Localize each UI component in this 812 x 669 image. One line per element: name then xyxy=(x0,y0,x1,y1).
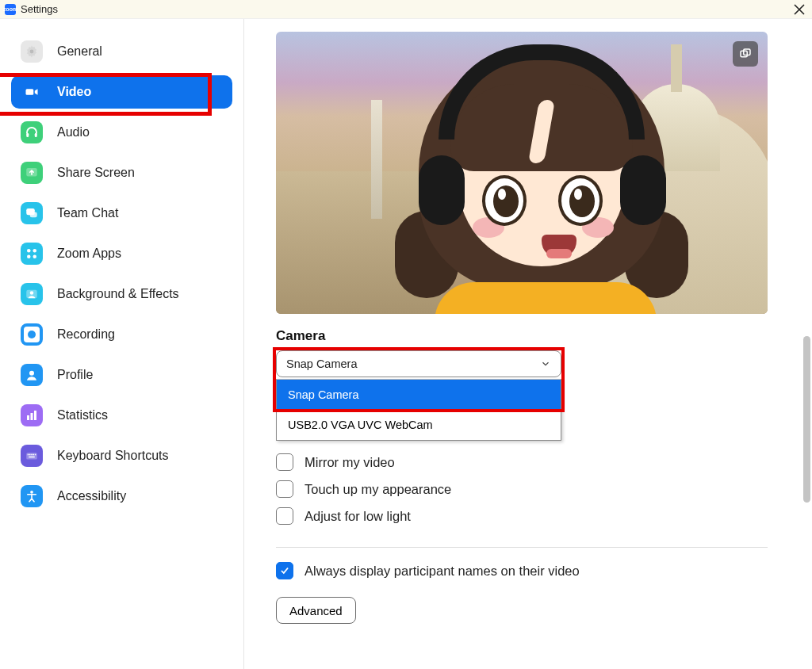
touch-up-row: Touch up my appearance xyxy=(276,480,780,498)
scrollbar-thumb[interactable] xyxy=(803,336,810,503)
sidebar-item-team-chat[interactable]: Team Chat xyxy=(11,197,232,230)
low-light-checkbox[interactable] xyxy=(276,507,293,525)
chat-icon xyxy=(21,202,43,224)
mirror-video-label: Mirror my video xyxy=(304,455,395,470)
sidebar-item-label: Recording xyxy=(57,327,115,342)
always-names-row: Always display participant names on thei… xyxy=(276,562,780,579)
sidebar-item-keyboard-shortcuts[interactable]: Keyboard Shortcuts xyxy=(11,439,232,472)
sidebar-item-label: Background & Effects xyxy=(57,287,179,301)
svg-rect-16 xyxy=(34,411,36,420)
sidebar-item-zoom-apps[interactable]: Zoom Apps xyxy=(11,237,232,270)
sidebar-item-general[interactable]: General xyxy=(11,35,232,68)
svg-rect-21 xyxy=(33,454,35,456)
camera-dropdown: Snap Camera USB2.0 VGA UVC WebCam xyxy=(276,379,561,441)
sidebar-item-label: Share Screen xyxy=(57,166,135,180)
touch-up-label: Touch up my appearance xyxy=(304,482,451,497)
sidebar-item-recording[interactable]: Recording xyxy=(11,318,232,351)
svg-point-7 xyxy=(27,249,31,253)
low-light-label: Adjust for low light xyxy=(304,509,411,524)
record-icon xyxy=(21,323,43,346)
gear-icon xyxy=(21,40,43,63)
sidebar-item-statistics[interactable]: Statistics xyxy=(11,399,232,432)
video-preview xyxy=(276,32,768,314)
svg-rect-2 xyxy=(26,133,29,137)
touch-up-checkbox[interactable] xyxy=(276,480,293,498)
svg-rect-18 xyxy=(28,454,29,456)
sidebar-item-label: Profile xyxy=(57,368,93,382)
advanced-button[interactable]: Advanced xyxy=(276,597,356,624)
sidebar-item-accessibility[interactable]: Accessibility xyxy=(11,480,232,513)
svg-rect-1 xyxy=(26,89,34,95)
profile-icon xyxy=(21,364,43,386)
share-screen-icon xyxy=(21,162,43,184)
svg-rect-14 xyxy=(27,415,29,420)
svg-point-9 xyxy=(27,255,31,259)
avatar-image xyxy=(403,44,680,314)
rotate-camera-button[interactable] xyxy=(733,41,758,67)
low-light-row: Adjust for low light xyxy=(276,507,780,525)
settings-sidebar: General Video Audio Share Screen Team Ch xyxy=(0,19,244,669)
window-title: Settings xyxy=(21,3,58,15)
camera-section-label: Camera xyxy=(276,328,780,344)
svg-rect-23 xyxy=(29,457,35,458)
sidebar-item-label: Audio xyxy=(57,125,90,140)
chevron-down-icon xyxy=(540,358,551,369)
sidebar-item-video[interactable]: Video xyxy=(11,75,232,109)
sidebar-item-background-effects[interactable]: Background & Effects xyxy=(11,277,232,311)
always-names-label: Always display participant names on thei… xyxy=(304,564,580,579)
apps-icon xyxy=(21,243,43,265)
keyboard-icon xyxy=(21,445,43,467)
svg-point-12 xyxy=(30,291,34,295)
svg-rect-6 xyxy=(30,212,37,218)
sidebar-item-label: Keyboard Shortcuts xyxy=(57,449,169,463)
camera-select-value: Snap Camera xyxy=(286,357,357,370)
sidebar-item-label: General xyxy=(57,44,102,59)
accessibility-icon xyxy=(21,485,43,507)
sidebar-item-label: Accessibility xyxy=(57,489,126,503)
svg-point-24 xyxy=(30,491,33,494)
camera-option[interactable]: Snap Camera xyxy=(277,380,561,410)
divider xyxy=(276,547,768,548)
sidebar-item-label: Statistics xyxy=(57,408,108,422)
sidebar-item-audio[interactable]: Audio xyxy=(11,116,232,149)
background-icon xyxy=(21,283,43,305)
svg-rect-19 xyxy=(29,454,31,456)
svg-rect-15 xyxy=(31,413,33,420)
headphones-icon xyxy=(21,121,43,143)
mirror-video-checkbox[interactable] xyxy=(276,453,293,471)
svg-rect-17 xyxy=(26,453,37,459)
sidebar-item-label: Zoom Apps xyxy=(57,247,121,261)
mirror-video-row: Mirror my video xyxy=(276,453,780,471)
svg-rect-22 xyxy=(35,454,36,456)
sidebar-item-label: Team Chat xyxy=(57,206,118,220)
svg-point-13 xyxy=(29,371,34,376)
video-camera-icon xyxy=(21,81,43,103)
always-names-checkbox[interactable] xyxy=(276,562,293,579)
svg-rect-3 xyxy=(35,133,37,137)
close-icon xyxy=(794,4,805,15)
title-bar: zoom Settings xyxy=(0,0,812,19)
close-button[interactable] xyxy=(791,2,807,17)
app-icon: zoom xyxy=(5,4,16,15)
camera-option[interactable]: USB2.0 VGA UVC WebCam xyxy=(277,410,561,440)
settings-content: Camera Snap Camera Snap Camera USB2.0 VG… xyxy=(244,19,812,669)
rotate-icon xyxy=(738,47,753,61)
svg-rect-20 xyxy=(31,454,33,456)
svg-point-10 xyxy=(33,255,37,259)
sidebar-item-share-screen[interactable]: Share Screen xyxy=(11,156,232,189)
statistics-icon xyxy=(21,404,43,426)
camera-select[interactable]: Snap Camera xyxy=(276,350,561,377)
svg-point-8 xyxy=(33,249,37,253)
sidebar-item-label: Video xyxy=(57,85,91,99)
sidebar-item-profile[interactable]: Profile xyxy=(11,358,232,392)
